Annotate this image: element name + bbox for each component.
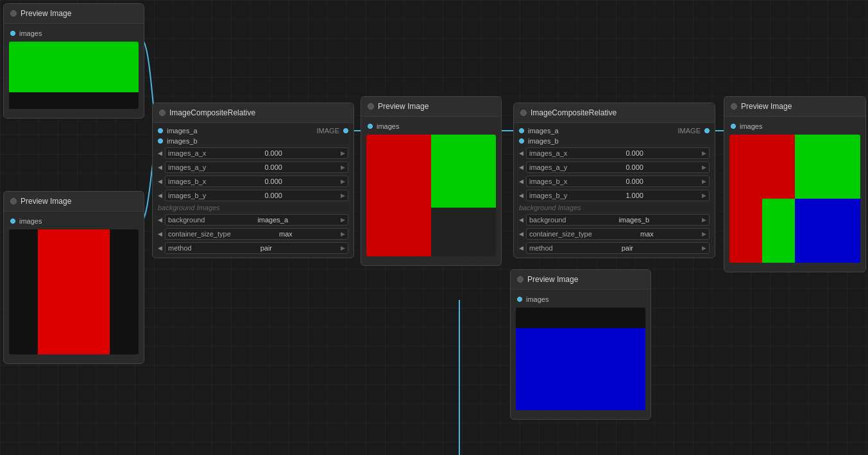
preview-node-4-header: Preview Image bbox=[724, 97, 865, 117]
param-row-cst-2: ◀ container_size_type max ▶ bbox=[514, 227, 715, 241]
preview-node-1: Preview Image images bbox=[3, 3, 144, 119]
node-status-dot-2 bbox=[10, 198, 17, 204]
param-arrow-ay: ◀ bbox=[158, 164, 162, 170]
param-input-ay[interactable]: images_a_y 0.000 ▶ bbox=[165, 161, 348, 173]
port-image-out[interactable] bbox=[343, 128, 348, 133]
port-images-a-2[interactable] bbox=[519, 128, 524, 133]
port-images-row-2: images bbox=[4, 215, 144, 227]
io-row-images-b: images_b bbox=[153, 136, 353, 146]
bg-images-label-1: background Images bbox=[153, 203, 353, 213]
param-row-bg-2: ◀ background images_b ▶ bbox=[514, 213, 715, 227]
param-input-cst-2[interactable]: container_size_type max ▶ bbox=[526, 228, 710, 240]
param-arrow-method: ◀ bbox=[158, 245, 162, 251]
composite-dot-1 bbox=[159, 110, 166, 116]
preview-node-1-header: Preview Image bbox=[4, 4, 144, 24]
images-b-label-2: images_b bbox=[528, 137, 559, 145]
param-row-by: ◀ images_b_y 0.000 ▶ bbox=[153, 188, 353, 203]
param-row-ay-2: ◀ images_a_y 0.000 ▶ bbox=[514, 160, 715, 174]
preview-node-3-title: Preview Image bbox=[378, 102, 429, 111]
port-images-row-5: images bbox=[511, 294, 651, 305]
image-label-2: IMAGE bbox=[678, 127, 701, 135]
preview-node-2-title: Preview Image bbox=[21, 197, 71, 206]
param-input-by-2[interactable]: images_b_y 1.000 ▶ bbox=[526, 190, 710, 201]
preview-node-3-header: Preview Image bbox=[361, 97, 501, 117]
bg-images-label-2: background Images bbox=[514, 203, 715, 213]
io-left-b-2: images_b bbox=[519, 137, 559, 145]
node-status-dot bbox=[10, 10, 17, 17]
param-input-bg-2[interactable]: background images_b ▶ bbox=[526, 214, 710, 226]
io-left-a-2: images_a bbox=[519, 127, 559, 135]
composite-node-2-header: ImageCompositeRelative bbox=[514, 103, 715, 123]
port-images-row: images bbox=[4, 28, 144, 39]
io-right-image: IMAGE bbox=[317, 127, 348, 135]
composite-node-2-body: images_a IMAGE images_b ◀ images_a_x 0.0… bbox=[514, 123, 715, 258]
port-dot-4[interactable] bbox=[731, 124, 736, 129]
port-images-row-4: images bbox=[724, 120, 865, 132]
preview-image-green bbox=[9, 42, 139, 109]
preview-image-red bbox=[9, 229, 139, 354]
composite-dot-2 bbox=[520, 110, 527, 116]
preview-node-2-body: images bbox=[4, 211, 144, 363]
port-dot-5[interactable] bbox=[517, 297, 522, 302]
param-row-by-2: ◀ images_b_y 1.000 ▶ bbox=[514, 188, 715, 203]
preview-node-4-body: images bbox=[724, 117, 865, 272]
param-input-ay-2[interactable]: images_a_y 0.000 ▶ bbox=[526, 161, 710, 173]
port-images-b-2[interactable] bbox=[519, 138, 524, 144]
preview-node-5-header: Preview Image bbox=[511, 270, 651, 290]
param-input-by[interactable]: images_b_y 0.000 ▶ bbox=[165, 190, 348, 201]
param-arrow-cst: ◀ bbox=[158, 231, 162, 237]
io-left-b: images_b bbox=[158, 137, 198, 145]
param-input-bx[interactable]: images_b_x 0.000 ▶ bbox=[165, 176, 348, 187]
param-input-method[interactable]: method pair ▶ bbox=[165, 242, 348, 254]
port-dot-3[interactable] bbox=[368, 124, 373, 129]
param-row-ax-2: ◀ images_a_x 0.000 ▶ bbox=[514, 146, 715, 160]
port-label-2: images bbox=[19, 217, 42, 225]
preview-node-2: Preview Image images bbox=[3, 191, 144, 364]
composite-node-2-title: ImageCompositeRelative bbox=[531, 108, 617, 117]
port-images-b[interactable] bbox=[158, 138, 163, 144]
param-input-method-2[interactable]: method pair ▶ bbox=[526, 242, 710, 254]
preview-node-4-title: Preview Image bbox=[741, 102, 792, 111]
preview-image-quad bbox=[729, 135, 860, 263]
preview-node-1-title: Preview Image bbox=[21, 9, 71, 18]
param-row-bx: ◀ images_b_x 0.000 ▶ bbox=[153, 174, 353, 188]
preview-image-blue bbox=[516, 308, 645, 410]
preview-node-2-header: Preview Image bbox=[4, 192, 144, 211]
preview-node-3: Preview Image images bbox=[361, 96, 502, 266]
preview-node-1-body: images bbox=[4, 24, 144, 118]
param-row-method: ◀ method pair ▶ bbox=[153, 241, 353, 255]
composite-node-1-body: images_a IMAGE images_b ◀ images_a_x 0.0… bbox=[153, 123, 353, 258]
param-row-ax: ◀ images_a_x 0.000 ▶ bbox=[153, 146, 353, 160]
port-label: images bbox=[19, 29, 42, 37]
param-row-cst: ◀ container_size_type max ▶ bbox=[153, 227, 353, 241]
port-dot[interactable] bbox=[10, 31, 15, 36]
param-row-ay: ◀ images_a_y 0.000 ▶ bbox=[153, 160, 353, 174]
port-dot-2[interactable] bbox=[10, 219, 15, 224]
port-images-a[interactable] bbox=[158, 128, 163, 133]
images-b-label: images_b bbox=[167, 137, 198, 145]
param-input-ax-2[interactable]: images_a_x 0.000 ▶ bbox=[526, 147, 710, 159]
param-arrow-bg: ◀ bbox=[158, 217, 162, 223]
param-arrow-by: ◀ bbox=[158, 192, 162, 199]
param-input-ax[interactable]: images_a_x 0.000 ▶ bbox=[165, 147, 348, 159]
io-row-images-b-2: images_b bbox=[514, 136, 715, 146]
io-row-images-a: images_a IMAGE bbox=[153, 126, 353, 136]
param-row-bg: ◀ background images_a ▶ bbox=[153, 213, 353, 227]
port-image-out-2[interactable] bbox=[704, 128, 710, 133]
param-input-bg[interactable]: background images_a ▶ bbox=[165, 214, 348, 226]
param-input-bx-2[interactable]: images_b_x 0.000 ▶ bbox=[526, 176, 710, 187]
composite-node-1-title: ImageCompositeRelative bbox=[169, 108, 255, 117]
port-label-5: images bbox=[526, 295, 549, 303]
node-status-dot-5 bbox=[517, 276, 523, 283]
param-row-method-2: ◀ method pair ▶ bbox=[514, 241, 715, 255]
preview-image-red-green bbox=[366, 135, 496, 256]
composite-node-1: ImageCompositeRelative images_a IMAGE im… bbox=[152, 103, 354, 258]
composite-node-1-header: ImageCompositeRelative bbox=[153, 103, 353, 123]
port-images-row-3: images bbox=[361, 120, 501, 132]
preview-node-5: Preview Image images bbox=[510, 269, 651, 420]
param-input-cst[interactable]: container_size_type max ▶ bbox=[165, 228, 348, 240]
io-row-images-a-2: images_a IMAGE bbox=[514, 126, 715, 136]
param-arrow-bx: ◀ bbox=[158, 178, 162, 185]
port-label-4: images bbox=[740, 122, 762, 130]
preview-node-5-title: Preview Image bbox=[527, 275, 578, 284]
